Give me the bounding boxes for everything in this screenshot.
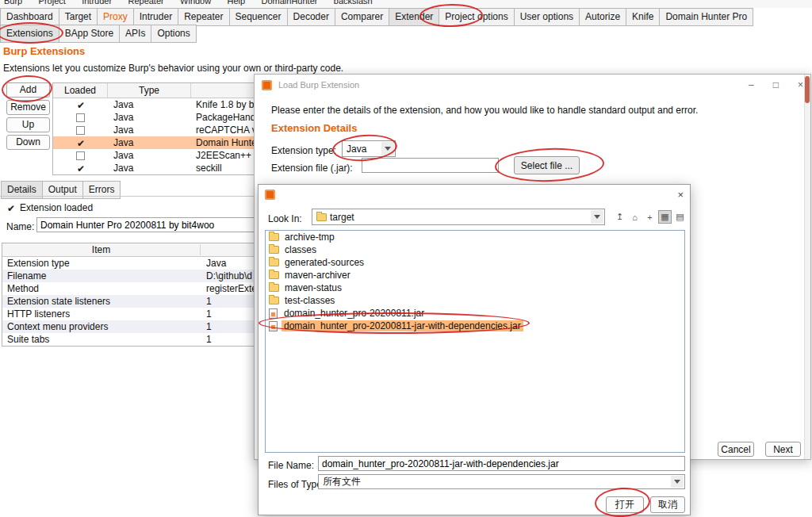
details-view-icon[interactable]: ▦ — [658, 210, 672, 224]
file-name-label: File Name: — [268, 460, 314, 471]
tab-user-options[interactable]: User options — [514, 8, 580, 26]
subtab-bapp-store[interactable]: BApp Store — [59, 25, 120, 43]
menu-item-help[interactable]: Help — [228, 0, 246, 6]
look-in-value: target — [330, 212, 354, 223]
loaded-checkbox[interactable] — [76, 126, 85, 135]
load-dialog-title: Load Burp Extension — [278, 80, 359, 90]
extension-type-cell: Java — [108, 150, 191, 161]
subtab-apis[interactable]: APIs — [119, 25, 151, 43]
extension-loaded-checkbox[interactable] — [6, 204, 15, 213]
remove-button[interactable]: Remove — [6, 100, 50, 115]
tab-dashboard[interactable]: Dashboard — [0, 8, 59, 26]
dialog-scrollbar[interactable] — [804, 75, 810, 459]
subtab-extensions[interactable]: Extensions — [0, 25, 59, 43]
subtab-options[interactable]: Options — [151, 25, 196, 43]
folder-entry[interactable]: maven-archiver — [266, 269, 684, 281]
up-one-level-icon[interactable]: ↥ — [613, 210, 626, 224]
extensions-description: Extensions let you customize Burp's beha… — [3, 63, 343, 74]
extension-type-cell: Java — [108, 112, 191, 123]
down-button[interactable]: Down — [6, 135, 50, 150]
column-header-type: Type — [108, 83, 191, 98]
jar-file-entry-selected[interactable]: domain_hunter_pro-20200811-jar-with-depe… — [266, 320, 684, 332]
extension-type-cell: Java — [108, 137, 191, 148]
file-name-input[interactable] — [318, 456, 685, 471]
column-header-loaded: Loaded — [53, 83, 108, 98]
files-of-type-dropdown[interactable]: 所有文件 — [318, 474, 685, 489]
folder-icon — [316, 213, 327, 221]
tab-autorize[interactable]: Autorize — [579, 8, 626, 26]
folder-entry[interactable]: generated-sources — [266, 256, 684, 269]
loaded-checkbox[interactable] — [76, 101, 85, 109]
up-button[interactable]: Up — [6, 117, 50, 132]
chevron-down-icon — [591, 210, 603, 224]
extension-type-cell: Java — [108, 163, 191, 174]
burp-extensions-heading: Burp Extensions — [3, 45, 85, 57]
files-of-type-label: Files of Type: — [268, 479, 324, 490]
loaded-checkbox[interactable] — [76, 151, 85, 160]
minimize-icon[interactable]: – — [749, 79, 754, 90]
burp-icon — [265, 190, 275, 200]
tab-repeater[interactable]: Repeater — [178, 8, 229, 26]
extension-file-input[interactable] — [362, 158, 499, 173]
tab-extender[interactable]: Extender — [389, 8, 439, 26]
next-button[interactable]: Next — [765, 442, 801, 457]
menu-item-intruder[interactable]: Intruder — [82, 0, 112, 6]
scrollbar-thumb[interactable] — [805, 76, 810, 103]
extension-type-cell: Java — [108, 99, 191, 110]
extension-file-label: Extension file (.jar): — [271, 163, 353, 174]
menu-item-burp[interactable]: Burp — [4, 0, 22, 6]
add-button[interactable]: Add — [6, 82, 50, 98]
loaded-checkbox[interactable] — [76, 164, 85, 173]
new-folder-icon[interactable]: + — [643, 210, 657, 224]
tab-domain-hunter-pro[interactable]: Domain Hunter Pro — [659, 8, 753, 26]
extension-type-value: Java — [347, 144, 366, 155]
loaded-checkbox[interactable] — [76, 113, 85, 122]
select-file-button[interactable]: Select file ... — [514, 156, 580, 174]
tab-intruder[interactable]: Intruder — [133, 8, 178, 26]
cancel-button[interactable]: 取消 — [650, 496, 685, 513]
look-in-dropdown[interactable]: target — [312, 209, 605, 225]
maximize-icon[interactable]: □ — [773, 79, 779, 90]
menu-item-project[interactable]: Project — [39, 0, 66, 6]
folder-icon — [269, 284, 279, 292]
tab-target[interactable]: Target — [59, 8, 98, 26]
folder-entry[interactable]: classes — [266, 243, 684, 256]
extension-name-input[interactable] — [36, 217, 266, 232]
tab-sequencer[interactable]: Sequencer — [229, 8, 288, 26]
tab-proxy[interactable]: Proxy — [97, 8, 134, 26]
tab-comparer[interactable]: Comparer — [335, 8, 389, 26]
tab-project-options[interactable]: Project options — [439, 8, 514, 26]
folder-entry[interactable]: maven-status — [266, 281, 684, 294]
jar-file-icon — [269, 321, 278, 331]
menu-item-window[interactable]: Window — [180, 0, 211, 6]
extension-details-heading: Extension Details — [271, 122, 357, 134]
chevron-down-icon — [671, 476, 684, 488]
cancel-button[interactable]: Cancel — [718, 442, 754, 457]
extension-type-dropdown[interactable]: Java — [342, 140, 396, 157]
menu-item-domainhunter[interactable]: DomainHunter — [262, 0, 318, 6]
list-view-icon[interactable]: ▤ — [673, 210, 687, 224]
menu-bar: Burp Project Intruder Repeater Window He… — [0, 0, 812, 8]
jar-file-entry[interactable]: domain_hunter_pro-20200811.jar — [266, 307, 684, 320]
home-icon[interactable]: ⌂ — [628, 210, 642, 224]
folder-icon — [269, 297, 279, 304]
load-dialog-titlebar[interactable]: Load Burp Extension – □ × — [255, 75, 810, 95]
menu-item-repeater[interactable]: Repeater — [128, 0, 163, 6]
close-icon[interactable]: × — [798, 79, 803, 90]
folder-icon — [269, 233, 279, 241]
folder-entry[interactable]: archive-tmp — [266, 231, 684, 243]
load-dialog-message: Please enter the details of the extensio… — [271, 105, 698, 116]
file-list: archive-tmp classes generated-sources ma… — [265, 230, 685, 453]
close-icon[interactable]: × — [677, 189, 684, 201]
folder-icon — [269, 258, 279, 266]
file-dialog-titlebar[interactable]: × — [259, 185, 690, 204]
extension-type-cell: Java — [108, 124, 191, 136]
tab-knife[interactable]: Knife — [626, 8, 660, 26]
loaded-checkbox[interactable] — [76, 139, 85, 147]
folder-icon — [269, 246, 279, 254]
menu-item-backslash[interactable]: backslash — [334, 0, 373, 6]
extension-type-label: Extension type: — [271, 145, 336, 156]
tab-decoder[interactable]: Decoder — [287, 8, 335, 26]
folder-entry[interactable]: test-classes — [266, 294, 684, 307]
open-button[interactable]: 打开 — [606, 496, 644, 513]
